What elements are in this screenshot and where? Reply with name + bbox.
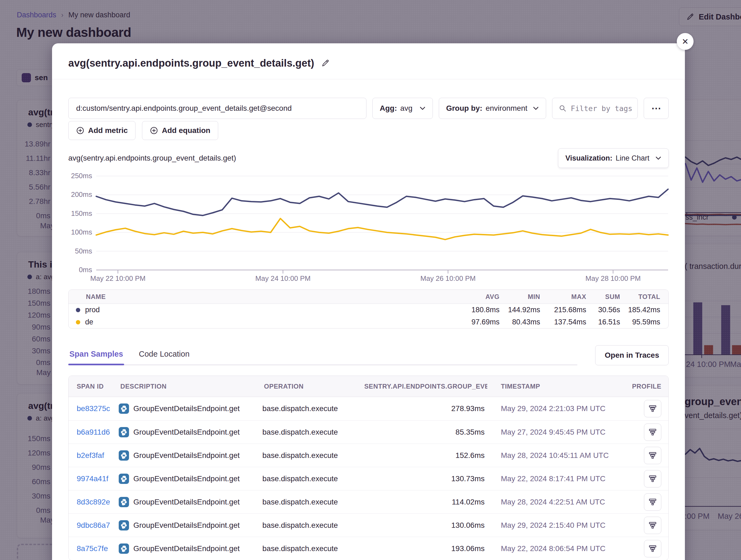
series-total-value: 185.42ms xyxy=(622,306,668,314)
summary-column-header: MAX xyxy=(542,293,588,301)
span-id-link[interactable]: 9974a41f xyxy=(69,474,119,483)
python-icon xyxy=(119,520,129,531)
summary-row: prod180.8ms144.92ms215.68ms30.56s185.42m… xyxy=(69,304,668,316)
description-cell: GroupEventDetailsEndpoint.get xyxy=(119,474,262,484)
series-summary-table: NAMEAVGMINMAXSUMTOTAL prod180.8ms144.92m… xyxy=(68,290,669,328)
tab-span-samples[interactable]: Span Samples xyxy=(68,345,124,365)
series-total-value: 95.59ms xyxy=(622,318,668,326)
description-cell: GroupEventDetailsEndpoint.get xyxy=(119,520,262,531)
summary-column-header: MIN xyxy=(502,293,542,301)
series-line-de xyxy=(96,219,668,240)
flamegraph-icon xyxy=(649,475,657,483)
profile-button[interactable] xyxy=(644,423,661,441)
profile-button[interactable] xyxy=(644,447,661,464)
line-chart-canvas xyxy=(68,172,669,283)
series-sum-value: 30.56s xyxy=(588,306,622,314)
series-avg-value: 97.69ms xyxy=(458,318,502,326)
agg-label: Agg: xyxy=(380,104,397,113)
profile-button[interactable] xyxy=(644,470,661,487)
profile-button[interactable] xyxy=(644,540,661,557)
tab-code-location[interactable]: Code Location xyxy=(138,345,191,365)
plus-circle-icon xyxy=(76,127,84,135)
add-metric-button[interactable]: Add metric xyxy=(68,121,136,140)
y-axis-label: 50ms xyxy=(68,247,92,255)
summary-table-header: NAMEAVGMINMAXSUMTOTAL xyxy=(69,290,668,304)
description-text: GroupEventDetailsEndpoint.get xyxy=(133,498,240,506)
profile-cell xyxy=(630,447,668,464)
profile-button[interactable] xyxy=(644,400,661,417)
span-id-link[interactable]: b2ef3faf xyxy=(69,451,119,460)
profile-button[interactable] xyxy=(644,517,661,534)
timestamp-cell: May 28, 2024 4:22:51 AM UTC xyxy=(487,498,630,506)
span-id-link[interactable]: 9dbc86a7 xyxy=(69,521,119,530)
series-max-value: 215.68ms xyxy=(542,306,588,314)
flamegraph-icon xyxy=(649,428,657,436)
group-by-label: Group by: xyxy=(446,104,482,113)
description-text: GroupEventDetailsEndpoint.get xyxy=(133,451,240,460)
profile-button[interactable] xyxy=(644,493,661,511)
query-builder-row: d:custom/sentry.api.endpoints.group_even… xyxy=(68,98,669,119)
span-id-link[interactable]: b6a911d6 xyxy=(69,428,119,436)
timestamp-cell: May 27, 2024 9:45:45 PM UTC xyxy=(487,428,630,436)
description-cell: GroupEventDetailsEndpoint.get xyxy=(119,450,262,461)
duration-value-cell: 130.06ms xyxy=(363,521,487,530)
span-id-link[interactable]: 8d3c892e xyxy=(69,498,119,506)
close-icon[interactable]: ✕ xyxy=(677,33,693,50)
operation-cell: base.dispatch.execute xyxy=(262,544,363,553)
operation-cell: base.dispatch.execute xyxy=(262,498,363,506)
tabs-row: Span SamplesCode Location Open in Traces xyxy=(68,345,669,365)
more-options-button[interactable]: ⋯ xyxy=(644,98,669,119)
y-axis-label: 150ms xyxy=(68,209,92,218)
tag-filter-input[interactable]: Filter by tags xyxy=(552,98,638,119)
python-icon xyxy=(119,403,129,414)
group-by-dropdown[interactable]: Group by: environment xyxy=(439,98,546,119)
samples-column-header: DESCRIPTION xyxy=(119,383,262,390)
description-text: GroupEventDetailsEndpoint.get xyxy=(133,544,240,553)
modal-header: avg(sentry.api.endpoints.group_event_det… xyxy=(52,43,685,79)
metric-line-chart: 0ms50ms100ms150ms200ms250ms May 22 10:00… xyxy=(68,172,669,283)
tabs: Span SamplesCode Location xyxy=(68,345,577,365)
span-sample-row: be83275cGroupEventDetailsEndpoint.getbas… xyxy=(69,397,668,420)
chart-header: avg(sentry.api.endpoints.group_event_det… xyxy=(68,148,669,168)
metric-details-modal: avg(sentry.api.endpoints.group_event_det… xyxy=(52,43,685,560)
visualization-value: Line Chart xyxy=(615,154,650,162)
operation-cell: base.dispatch.execute xyxy=(262,428,363,436)
profile-cell xyxy=(630,517,668,534)
timestamp-cell: May 22, 2024 8:06:54 PM UTC xyxy=(487,544,630,553)
samples-column-header: SPAN ID xyxy=(69,383,119,390)
y-axis-label: 100ms xyxy=(68,228,92,236)
series-name-cell: de xyxy=(69,318,458,326)
span-id-link[interactable]: be83275c xyxy=(69,404,119,413)
span-sample-row: b2ef3fafGroupEventDetailsEndpoint.getbas… xyxy=(69,444,668,467)
open-in-traces-button[interactable]: Open in Traces xyxy=(595,345,669,365)
series-name: de xyxy=(85,318,93,326)
timestamp-cell: May 28, 2024 10:45:11 AM UTC xyxy=(487,451,630,460)
span-id-link[interactable]: 8a75c7fe xyxy=(69,544,119,553)
x-axis-label: May 26 10:00 PM xyxy=(420,274,476,283)
metric-query-value: d:custom/sentry.api.endpoints.group_even… xyxy=(76,104,292,113)
y-axis-label: 250ms xyxy=(68,172,92,180)
description-cell: GroupEventDetailsEndpoint.get xyxy=(119,427,262,437)
add-equation-button[interactable]: Add equation xyxy=(142,121,218,140)
description-text: GroupEventDetailsEndpoint.get xyxy=(133,428,240,436)
duration-value-cell: 114.02ms xyxy=(363,498,487,506)
operation-cell: base.dispatch.execute xyxy=(262,521,363,530)
operation-cell: base.dispatch.execute xyxy=(262,474,363,483)
series-sum-value: 16.51s xyxy=(588,318,622,326)
group-by-value: environment xyxy=(486,104,527,113)
flamegraph-icon xyxy=(649,405,657,413)
span-sample-row: b6a911d6GroupEventDetailsEndpoint.getbas… xyxy=(69,420,668,444)
y-axis-label: 0ms xyxy=(68,266,92,274)
edit-title-pencil-icon[interactable] xyxy=(321,59,330,67)
duration-value-cell: 85.35ms xyxy=(363,428,487,436)
samples-table-body: be83275cGroupEventDetailsEndpoint.getbas… xyxy=(69,397,668,560)
agg-dropdown[interactable]: Agg: avg xyxy=(373,98,433,119)
metric-query-input[interactable]: d:custom/sentry.api.endpoints.group_even… xyxy=(68,98,366,119)
description-text: GroupEventDetailsEndpoint.get xyxy=(133,474,240,483)
x-axis-label: May 24 10:00 PM xyxy=(255,274,311,283)
duration-value-cell: 152.6ms xyxy=(363,451,487,460)
profile-cell xyxy=(630,493,668,511)
series-name-cell: prod xyxy=(69,306,458,314)
summary-column-header: AVG xyxy=(458,293,502,301)
visualization-dropdown[interactable]: Visualization: Line Chart xyxy=(558,148,669,168)
